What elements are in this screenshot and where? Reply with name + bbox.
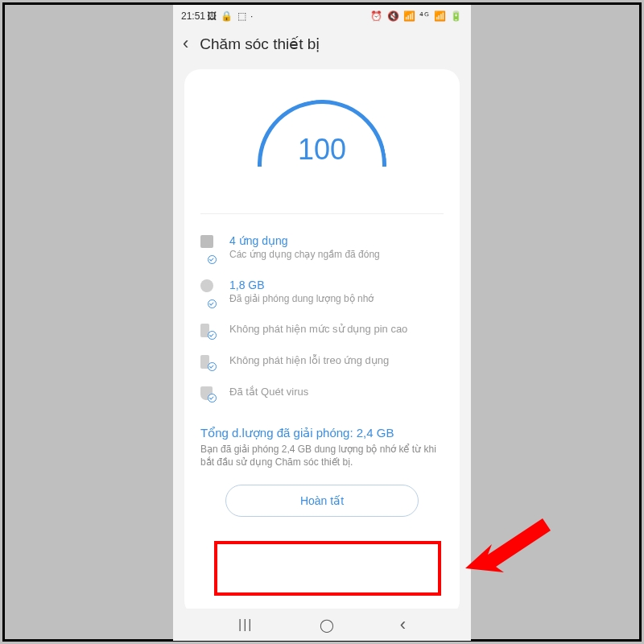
item-sub: Các ứng dụng chạy ngầm đã đóng	[229, 249, 444, 262]
shield-icon	[200, 385, 218, 400]
gauge-score: 100	[258, 133, 386, 167]
item-sub: Đã giải phóng dung lượng bộ nhớ	[229, 293, 444, 306]
home-icon[interactable]: ◯	[320, 617, 334, 633]
storage-icon	[200, 278, 218, 306]
result-item-battery: Không phát hiện mức sử dụng pin cao	[200, 314, 444, 345]
summary: Tổng d.lượng đã giải phóng: 2,4 GB Bạn đ…	[200, 426, 444, 469]
divider	[200, 213, 444, 214]
status-right-icons: ⏰ 🔇 📶 ⁴ᴳ 📶 🔋	[370, 10, 463, 22]
summary-title: Tổng d.lượng đã giải phóng: 2,4 GB	[200, 426, 444, 440]
summary-sub: Bạn đã giải phóng 2,4 GB dung lượng bộ n…	[200, 443, 444, 469]
back-icon[interactable]: ‹	[183, 33, 188, 54]
result-item-storage: 1,8 GB Đã giải phóng dung lượng bộ nhớ	[200, 270, 444, 314]
result-item-crash: Không phát hiện lỗi treo ứng dụng	[200, 345, 444, 377]
chip-icon	[200, 233, 218, 262]
status-time: 21:51	[181, 10, 205, 22]
app-header: ‹ Chăm sóc thiết bị	[173, 24, 471, 63]
item-title: 4 ứng dụng	[229, 233, 444, 248]
status-left-icons: 🖼 🔒 ⬚ ·	[207, 10, 254, 22]
item-sub: Đã tắt Quét virus	[229, 386, 444, 399]
result-item-apps: 4 ứng dụng Các ứng dụng chạy ngầm đã đón…	[200, 225, 444, 270]
item-title: 1,8 GB	[229, 278, 444, 292]
result-item-virus: Đã tắt Quét virus	[200, 377, 444, 408]
battery-icon	[200, 322, 218, 337]
done-button[interactable]: Hoàn tất	[225, 485, 419, 517]
phone-screen: 21:51 🖼 🔒 ⬚ · ⏰ 🔇 📶 ⁴ᴳ 📶 🔋 ‹ Chăm sóc th…	[173, 5, 471, 641]
status-left: 21:51 🖼 🔒 ⬚ ·	[181, 10, 254, 22]
status-right: ⏰ 🔇 📶 ⁴ᴳ 📶 🔋	[370, 10, 463, 22]
battery-icon	[200, 353, 218, 369]
item-sub: Không phát hiện lỗi treo ứng dụng	[229, 354, 444, 368]
back-nav-icon[interactable]: ‹	[400, 614, 406, 635]
system-nav-bar: ||| ◯ ‹	[173, 609, 471, 641]
item-sub: Không phát hiện mức sử dụng pin cao	[229, 323, 444, 336]
score-gauge: 100	[200, 84, 444, 167]
svg-marker-0	[465, 518, 551, 572]
optimization-card: 100 4 ứng dụng Các ứng dụng chạy ngầm đã…	[184, 69, 460, 617]
recents-icon[interactable]: |||	[238, 617, 253, 632]
status-bar: 21:51 🖼 🔒 ⬚ · ⏰ 🔇 📶 ⁴ᴳ 📶 🔋	[173, 5, 471, 24]
page-title: Chăm sóc thiết bị	[200, 35, 320, 53]
